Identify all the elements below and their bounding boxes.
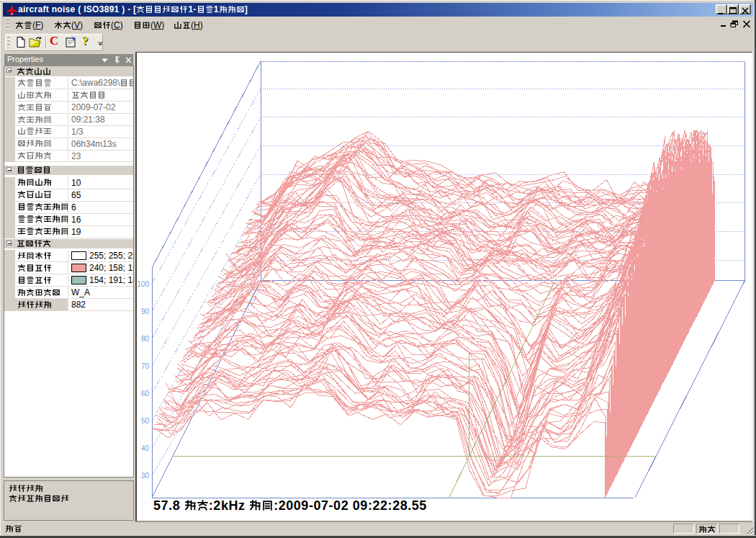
svg-text:50: 50 — [141, 417, 150, 425]
svg-text:90: 90 — [141, 308, 150, 315]
svg-text:60: 60 — [141, 390, 150, 398]
svg-text:100: 100 — [137, 280, 149, 288]
svg-text:80: 80 — [141, 335, 150, 343]
svg-text:40: 40 — [141, 444, 150, 452]
svg-text:70: 70 — [141, 362, 150, 370]
svg-text:30: 30 — [141, 472, 150, 480]
